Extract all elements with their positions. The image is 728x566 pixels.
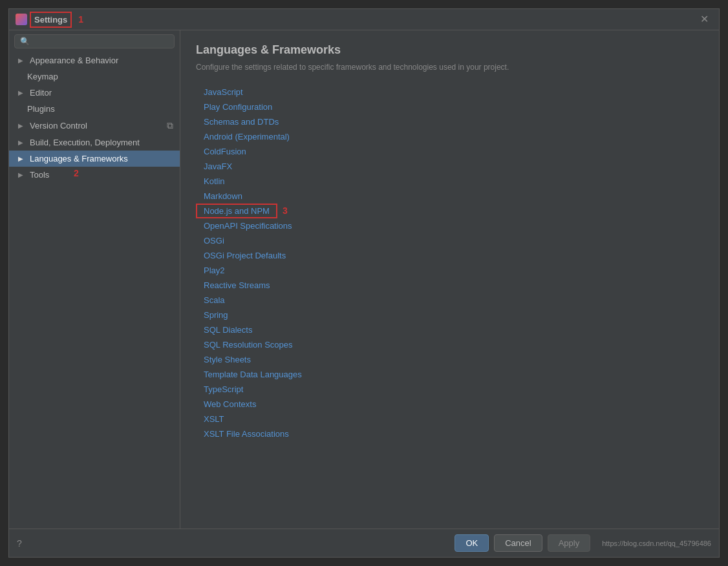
link-xslt-assoc[interactable]: XSLT File Associations xyxy=(196,426,703,441)
link-android[interactable]: Android (Experimental) xyxy=(196,129,703,144)
sidebar-item-label: Languages & Frameworks xyxy=(30,154,173,163)
ok-button[interactable]: OK xyxy=(455,534,489,552)
link-markdown[interactable]: Markdown xyxy=(196,189,703,204)
titlebar: Settings 1 ✕ xyxy=(9,9,719,30)
annotation-1: 1 xyxy=(78,14,83,25)
sidebar: 🔍 ▶ Appearance & Behavior Keymap ▶ Edito… xyxy=(9,30,180,529)
copy-icon: ⧉ xyxy=(167,120,173,131)
title-left: Settings 1 xyxy=(16,14,83,25)
apply-button[interactable]: Apply xyxy=(548,534,591,552)
arrow-icon: ▶ xyxy=(18,155,26,162)
dialog-footer: ? OK Cancel Apply https://blog.csdn.net/… xyxy=(9,529,719,557)
sidebar-item-label: Tools xyxy=(30,170,173,180)
settings-dialog: Settings 1 ✕ 🔍 ▶ Appearance & Behavior K… xyxy=(8,8,720,558)
framework-list: JavaScript Play Configuration Schemas an… xyxy=(196,85,703,441)
sidebar-item-build[interactable]: ▶ Build, Execution, Deployment xyxy=(9,134,180,151)
link-osgi[interactable]: OSGi xyxy=(196,233,703,248)
arrow-icon: ▶ xyxy=(18,171,26,178)
arrow-icon: ▶ xyxy=(18,139,26,146)
footer-url: https://blog.csdn.net/qq_45796486 xyxy=(602,540,711,547)
sidebar-item-label: Version Control xyxy=(30,121,163,131)
link-coldfusion[interactable]: ColdFusion xyxy=(196,144,703,159)
arrow-icon: ▶ xyxy=(18,89,26,96)
sidebar-item-appearance[interactable]: ▶ Appearance & Behavior xyxy=(9,52,180,68)
link-sql-dialects[interactable]: SQL Dialects xyxy=(196,322,703,337)
search-box[interactable]: 🔍 xyxy=(14,34,175,48)
sidebar-item-languages[interactable]: ▶ Languages & Frameworks 2 xyxy=(9,151,180,167)
link-kotlin[interactable]: Kotlin xyxy=(196,174,703,189)
link-template-data[interactable]: Template Data Languages xyxy=(196,367,703,382)
link-sql-resolution[interactable]: SQL Resolution Scopes xyxy=(196,337,703,352)
sidebar-item-editor[interactable]: ▶ Editor xyxy=(9,85,180,101)
sidebar-item-label: Plugins xyxy=(27,104,173,114)
link-web-contexts[interactable]: Web Contexts xyxy=(196,397,703,412)
cancel-button[interactable]: Cancel xyxy=(494,534,542,552)
footer-buttons: OK Cancel Apply https://blog.csdn.net/qq… xyxy=(455,534,711,552)
sidebar-item-label: Appearance & Behavior xyxy=(30,56,173,65)
link-schemas-dtds[interactable]: Schemas and DTDs xyxy=(196,114,703,129)
link-play-config[interactable]: Play Configuration xyxy=(196,100,703,114)
link-style-sheets[interactable]: Style Sheets xyxy=(196,352,703,367)
link-openapi[interactable]: OpenAPI Specifications xyxy=(196,218,703,233)
link-play2[interactable]: Play2 xyxy=(196,263,703,278)
sidebar-item-keymap[interactable]: Keymap xyxy=(9,68,180,85)
dialog-title: Settings xyxy=(32,14,69,25)
help-button[interactable]: ? xyxy=(17,538,22,549)
link-javascript[interactable]: JavaScript xyxy=(196,85,703,100)
link-javafx[interactable]: JavaFX xyxy=(196,159,703,174)
link-osgi-defaults[interactable]: OSGi Project Defaults xyxy=(196,248,703,263)
main-title: Languages & Frameworks xyxy=(196,43,703,57)
search-icon: 🔍 xyxy=(20,37,30,46)
main-description: Configure the settings related to specif… xyxy=(196,62,703,73)
sidebar-item-label: Build, Execution, Deployment xyxy=(30,138,173,147)
search-input[interactable] xyxy=(32,37,169,46)
link-typescript[interactable]: TypeScript xyxy=(196,382,703,397)
sidebar-item-label: Keymap xyxy=(27,72,173,81)
sidebar-item-plugins[interactable]: Plugins xyxy=(9,101,180,117)
arrow-icon: ▶ xyxy=(18,122,26,129)
link-xslt[interactable]: XSLT xyxy=(196,412,703,426)
help-icon: ? xyxy=(17,538,22,549)
sidebar-item-tools[interactable]: ▶ Tools xyxy=(9,167,180,183)
close-button[interactable]: ✕ xyxy=(696,13,712,26)
dialog-body: 🔍 ▶ Appearance & Behavior Keymap ▶ Edito… xyxy=(9,30,719,529)
link-reactive-streams[interactable]: Reactive Streams xyxy=(196,278,703,293)
annotation-3: 3 xyxy=(283,205,288,216)
link-scala[interactable]: Scala xyxy=(196,293,703,308)
link-spring[interactable]: Spring xyxy=(196,308,703,322)
sidebar-item-label: Editor xyxy=(30,88,173,98)
arrow-icon: ▶ xyxy=(18,57,26,64)
app-icon xyxy=(16,14,27,25)
main-content: Languages & Frameworks Configure the set… xyxy=(180,30,719,529)
sidebar-item-version-control[interactable]: ▶ Version Control ⧉ xyxy=(9,117,180,134)
link-nodejs[interactable]: Node.js and NPM xyxy=(196,204,277,218)
